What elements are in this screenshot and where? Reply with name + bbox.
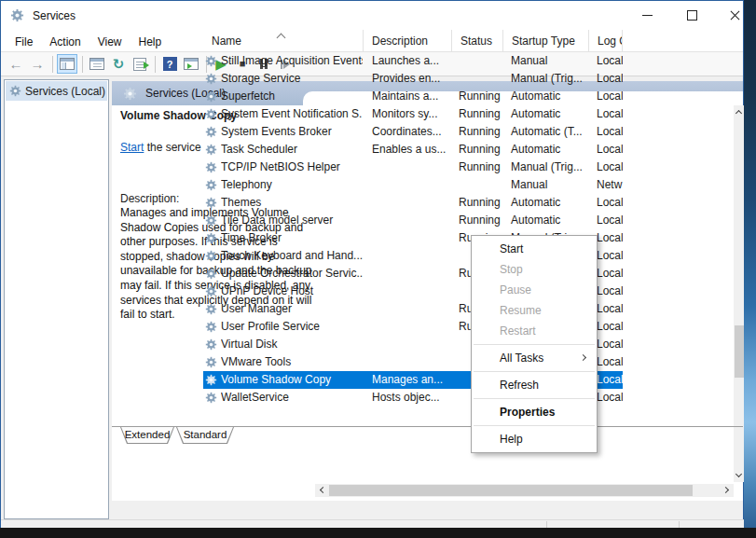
- gear-icon: [205, 356, 217, 368]
- tab-standard[interactable]: Standard: [176, 427, 234, 444]
- cell-name: User Manager: [221, 300, 363, 318]
- gear-icon: [205, 303, 217, 315]
- scroll-right-icon[interactable]: [721, 484, 734, 497]
- column-header-startup-type[interactable]: Startup Type: [503, 30, 589, 52]
- context-menu-item-refresh[interactable]: Refresh: [472, 375, 597, 395]
- cell-description: [364, 176, 451, 194]
- cell-status: Running: [452, 212, 503, 229]
- table-row-telephony[interactable]: TelephonyManualNetw: [203, 176, 623, 194]
- help-icon[interactable]: ?: [159, 54, 180, 74]
- cell-log-on-as: Local: [589, 141, 623, 159]
- gear-icon: [205, 321, 217, 333]
- horizontal-scroll-thumb[interactable]: [329, 485, 693, 496]
- cell-description: [364, 318, 451, 336]
- menu-view[interactable]: View: [89, 33, 131, 51]
- cell-description: [364, 336, 451, 353]
- services-gear-icon: [123, 87, 137, 101]
- context-menu-item-help[interactable]: Help: [472, 429, 597, 449]
- maximize-button[interactable]: [676, 1, 708, 29]
- gear-icon: [205, 338, 217, 351]
- column-header-log-o[interactable]: Log O: [589, 30, 623, 52]
- cell-description: Hosts objec...: [364, 389, 451, 407]
- gear-icon: [205, 161, 217, 173]
- services-gear-icon: [9, 85, 21, 97]
- gear-icon: [205, 197, 217, 209]
- description-label: Description:: [120, 192, 179, 205]
- show-console-tree-icon[interactable]: [57, 54, 77, 74]
- table-row-themes[interactable]: ThemesRunningAutomaticLocal: [203, 194, 623, 212]
- cell-description: [364, 247, 451, 265]
- gear-icon: [205, 144, 217, 156]
- vertical-scroll-thumb[interactable]: [735, 325, 744, 378]
- refresh-icon[interactable]: ↻: [108, 54, 129, 74]
- table-row-tcp-ip-netbios-helper[interactable]: TCP/IP NetBIOS HelperRunningManual (Trig…: [203, 159, 623, 176]
- cell-startup-type: Automatic (T...: [503, 123, 589, 141]
- table-row-system-events-broker[interactable]: System Events BrokerCoordinates...Runnin…: [203, 123, 623, 141]
- cell-name: Touch Keyboard and Hand...: [221, 247, 363, 265]
- cell-description: Monitors sy...: [364, 105, 451, 123]
- menu-action[interactable]: Action: [41, 33, 89, 51]
- cell-status: Running: [452, 194, 503, 212]
- extended-view-icon[interactable]: [181, 54, 201, 74]
- context-menu-item-all-tasks[interactable]: All Tasks: [472, 348, 597, 368]
- gear-icon: [205, 232, 217, 244]
- cell-name: Task Scheduler: [221, 141, 363, 159]
- tree-item-services-local[interactable]: Services (Local): [6, 81, 107, 101]
- gear-icon: [205, 374, 217, 386]
- gear-icon: [205, 73, 217, 85]
- gear-icon: [205, 55, 217, 67]
- services-window: Services FileActionViewHelp ←→↻?▶■ Servi…: [0, 0, 744, 528]
- table-row-task-scheduler[interactable]: Task SchedulerEnables a us...RunningAuto…: [203, 141, 623, 159]
- console-tree-panel: Services (Local): [4, 79, 109, 519]
- cell-description: [364, 283, 451, 300]
- gear-icon: [205, 108, 217, 120]
- cell-status: [452, 176, 503, 194]
- context-menu-item-start[interactable]: Start: [472, 239, 597, 259]
- table-row-still-image-acquisition-events[interactable]: Still Image Acquisition EventsLaunches a…: [203, 52, 623, 70]
- back-icon[interactable]: ←: [6, 54, 26, 74]
- table-row-system-event-notification-s[interactable]: System Event Notification S...Monitors s…: [203, 105, 623, 123]
- cell-startup-type: Automatic: [503, 141, 589, 159]
- properties-window-icon[interactable]: [87, 54, 107, 74]
- tree-item-label: Services (Local): [25, 85, 105, 98]
- scroll-left-icon[interactable]: [315, 484, 328, 497]
- cell-name: Still Image Acquisition Events: [221, 52, 363, 70]
- cell-name: Telephony: [221, 176, 363, 194]
- cell-log-on-as: Local: [589, 212, 623, 229]
- column-header-description[interactable]: Description: [364, 30, 452, 52]
- cell-startup-type: Automatic: [503, 212, 589, 229]
- column-header-status[interactable]: Status: [452, 30, 503, 52]
- table-row-storage-service[interactable]: Storage ServiceProvides en...Manual (Tri…: [203, 70, 623, 88]
- menu-help[interactable]: Help: [131, 33, 171, 51]
- forward-icon[interactable]: →: [27, 54, 48, 74]
- menu-file[interactable]: File: [7, 33, 41, 51]
- title-bar: Services: [1, 1, 743, 31]
- start-service-suffix: the service: [144, 141, 200, 154]
- context-menu-item-restart: Restart: [472, 321, 597, 341]
- cell-log-on-as: Local: [589, 88, 623, 105]
- cell-log-on-as: Local: [589, 70, 623, 88]
- cell-status: [452, 70, 503, 88]
- start-service-link[interactable]: Start: [120, 141, 144, 154]
- toolbar-separator: [52, 56, 53, 73]
- minimize-button[interactable]: [631, 1, 663, 29]
- desktop-background: [744, 0, 756, 528]
- cell-status: Running: [452, 159, 503, 176]
- table-row-tile-data-model-server[interactable]: Tile Data model serverRunningAutomaticLo…: [203, 212, 623, 229]
- cell-log-on-as: Local: [589, 52, 623, 70]
- cell-startup-type: Automatic: [503, 194, 589, 212]
- cell-status: Running: [452, 88, 503, 105]
- submenu-arrow-icon: [580, 354, 586, 361]
- cell-name: System Events Broker: [221, 123, 363, 141]
- table-row-superfetch[interactable]: SuperfetchMaintains a...RunningAutomatic…: [203, 88, 623, 105]
- export-list-icon[interactable]: [130, 54, 150, 74]
- cell-description: [364, 194, 451, 212]
- context-menu-item-properties[interactable]: Properties: [472, 402, 597, 422]
- menu-bar: FileActionViewHelp: [7, 32, 170, 51]
- cell-name: System Event Notification S...: [221, 105, 363, 123]
- column-header-name[interactable]: Name: [203, 30, 364, 52]
- tab-extended[interactable]: Extended: [120, 427, 174, 444]
- gear-icon: [205, 250, 217, 262]
- cell-status: Running: [452, 141, 503, 159]
- horizontal-scrollbar[interactable]: [315, 484, 734, 497]
